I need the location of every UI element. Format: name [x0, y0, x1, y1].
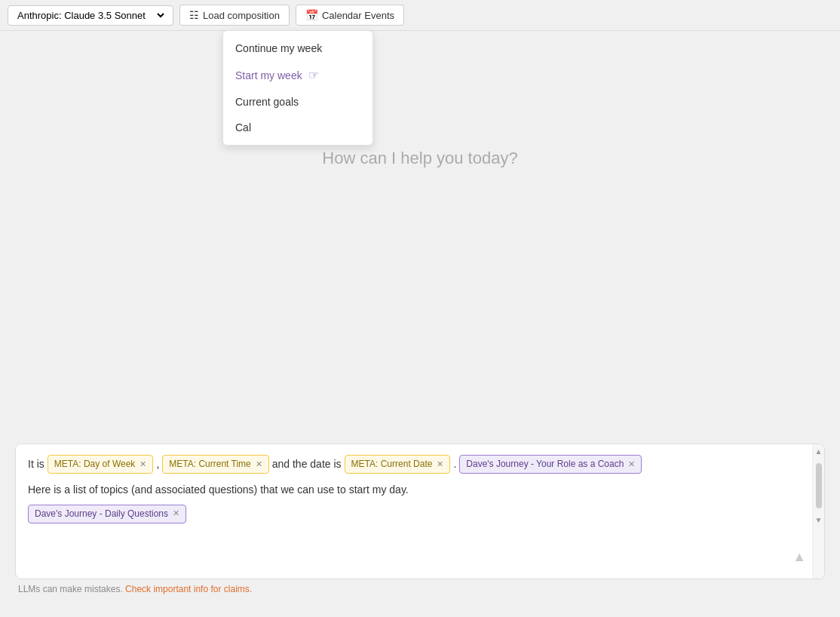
cursor-pointer-icon: ☞ — [308, 68, 319, 82]
footer-text: LLMs can make mistakes. Check important … — [15, 584, 825, 594]
calendar-events-button[interactable]: 📅 Calendar Events — [296, 5, 404, 26]
top-bar: Anthropic: Claude 3.5 Sonnet ☷ Load comp… — [0, 0, 840, 31]
input-line-3: Dave's Journey - Daily Questions ✕ — [28, 505, 812, 523]
tag-day-of-week: META: Day of Week ✕ — [48, 455, 154, 474]
tag-current-date: META: Current Date ✕ — [345, 455, 451, 474]
dropdown-item-cal[interactable]: Cal — [223, 115, 372, 140]
dropdown-container: Continue my week Start my week ☞ Current… — [222, 30, 373, 146]
calendar-events-label: Calendar Events — [322, 10, 394, 21]
document-icon: ☷ — [189, 9, 199, 21]
footer-link[interactable]: Check important info for claims. — [125, 584, 252, 594]
middle-text: and the date is — [272, 456, 342, 472]
scroll-thumb[interactable] — [816, 463, 822, 508]
dropdown-menu: Continue my week Start my week ☞ Current… — [222, 30, 373, 146]
main-content: How can I help you today? — [0, 31, 840, 241]
scroll-up-arrow[interactable]: ▲ — [812, 444, 826, 459]
tag-daily-questions-close[interactable]: ✕ — [173, 507, 179, 520]
tag-role-as-coach-close[interactable]: ✕ — [628, 458, 635, 471]
scroll-down-arrow[interactable]: ▼ — [812, 513, 826, 527]
prefix-text: It is — [28, 456, 44, 472]
dropdown-item-current-goals[interactable]: Current goals — [223, 89, 372, 115]
load-composition-button[interactable]: ☷ Load composition — [179, 5, 290, 26]
dropdown-item-start-my-week[interactable]: Start my week ☞ — [223, 61, 372, 89]
tag-role-as-coach: Dave's Journey - Your Role as a Coach ✕ — [459, 455, 642, 474]
input-container[interactable]: It is META: Day of Week ✕ , META: Curren… — [15, 444, 825, 579]
tag-current-date-close[interactable]: ✕ — [437, 458, 443, 471]
model-dropdown[interactable]: Anthropic: Claude 3.5 Sonnet — [14, 9, 167, 22]
comma-text: , — [156, 456, 159, 472]
input-body-text: Here is a list of topics (and associated… — [28, 481, 812, 498]
input-line-1: It is META: Day of Week ✕ , META: Curren… — [28, 455, 812, 474]
tag-daily-questions: Dave's Journey - Daily Questions ✕ — [28, 505, 186, 523]
model-selector[interactable]: Anthropic: Claude 3.5 Sonnet — [8, 5, 173, 26]
send-icon[interactable]: ▲ — [792, 549, 806, 565]
load-composition-label: Load composition — [203, 10, 280, 21]
tag-current-time-close[interactable]: ✕ — [256, 458, 262, 471]
tag-current-time: META: Current Time ✕ — [162, 455, 268, 474]
help-text: How can I help you today? — [322, 149, 517, 168]
dropdown-item-continue-my-week[interactable]: Continue my week — [223, 35, 372, 61]
calendar-icon: 📅 — [305, 9, 318, 21]
tag-day-of-week-close[interactable]: ✕ — [139, 458, 146, 471]
scrollbar[interactable]: ▲ ▼ — [812, 444, 824, 579]
period-text: . — [453, 456, 456, 472]
bottom-area: It is META: Day of Week ✕ , META: Curren… — [0, 436, 840, 617]
